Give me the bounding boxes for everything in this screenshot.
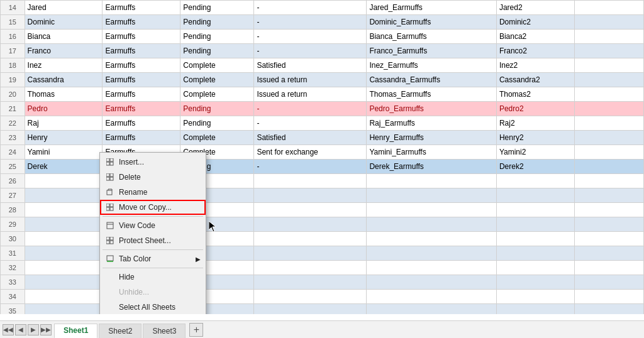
cell[interactable] [496, 217, 574, 232]
row-number[interactable]: 35 [1, 304, 25, 315]
table-row[interactable]: 27 [1, 188, 644, 203]
cell[interactable] [574, 275, 643, 290]
cell[interactable] [496, 174, 574, 188]
row-number[interactable]: 26 [1, 174, 25, 188]
cell[interactable]: Inez2 [496, 58, 574, 73]
cell[interactable]: Pedro_Earmuffs [367, 102, 497, 116]
context-menu-item[interactable]: Rename [100, 185, 206, 200]
cell[interactable] [574, 1, 643, 15]
cell[interactable]: Derek_Earmuffs [367, 160, 497, 174]
cell[interactable] [367, 217, 497, 232]
cell[interactable] [574, 44, 643, 58]
cell[interactable]: Franco2 [496, 44, 574, 58]
cell[interactable]: Jared [25, 1, 103, 15]
cell[interactable]: Yamini2 [496, 145, 574, 160]
cell[interactable]: Raj_Earmuffs [367, 116, 497, 131]
cell[interactable] [496, 246, 574, 261]
cell[interactable]: Yamini_Earmuffs [367, 145, 497, 160]
row-number[interactable]: 22 [1, 116, 25, 131]
context-menu-item[interactable]: View Code [100, 218, 206, 233]
cell[interactable]: Earmuffs [103, 58, 180, 73]
cell[interactable] [254, 275, 367, 290]
cell[interactable]: Issued a return [254, 87, 367, 102]
cell[interactable] [574, 30, 643, 44]
cell[interactable]: Complete [180, 87, 254, 102]
cell[interactable] [25, 188, 103, 203]
row-number[interactable]: 23 [1, 131, 25, 145]
cell[interactable]: Raj2 [496, 116, 574, 131]
cell[interactable] [254, 174, 367, 188]
row-number[interactable]: 33 [1, 275, 25, 290]
tab-nav-first[interactable]: ◀◀ [3, 324, 14, 335]
cell[interactable] [254, 188, 367, 203]
cell[interactable] [367, 203, 497, 217]
cell[interactable]: Dominic [25, 15, 103, 30]
cell[interactable]: Jared2 [496, 1, 574, 15]
cell[interactable] [574, 232, 643, 246]
cell[interactable] [25, 246, 103, 261]
cell[interactable] [496, 232, 574, 246]
cell[interactable]: Satisfied [254, 131, 367, 145]
table-row[interactable]: 18InezEarmuffsCompleteSatisfiedInez_Earm… [1, 58, 644, 73]
cell[interactable] [574, 145, 643, 160]
cell[interactable] [25, 232, 103, 246]
context-menu-item[interactable]: Tab Color▶ [100, 251, 206, 266]
cell[interactable]: Earmuffs [103, 73, 180, 87]
cell[interactable]: Pedro2 [496, 102, 574, 116]
row-number[interactable]: 15 [1, 15, 25, 30]
tab-nav-prev[interactable]: ◀ [15, 324, 26, 335]
cell[interactable] [254, 232, 367, 246]
cell[interactable]: Thomas [25, 87, 103, 102]
cell[interactable] [25, 174, 103, 188]
cell[interactable]: Earmuffs [103, 87, 180, 102]
cell[interactable] [574, 73, 643, 87]
cell[interactable] [367, 232, 497, 246]
cell[interactable]: Dominic2 [496, 15, 574, 30]
cell[interactable] [367, 188, 497, 203]
cell[interactable]: Complete [180, 73, 254, 87]
table-row[interactable]: 24YaminiEarmuffsCompleteSent for exchang… [1, 145, 644, 160]
table-row[interactable]: 33 [1, 275, 644, 290]
cell[interactable]: - [254, 15, 367, 30]
row-number[interactable]: 20 [1, 87, 25, 102]
cell[interactable] [254, 217, 367, 232]
cell[interactable]: Cassandra2 [496, 73, 574, 87]
cell[interactable]: Satisfied [254, 58, 367, 73]
cell[interactable] [574, 116, 643, 131]
table-row[interactable]: 34 [1, 290, 644, 304]
table-row[interactable]: 32 [1, 261, 644, 275]
cell[interactable] [25, 275, 103, 290]
cell[interactable] [25, 290, 103, 304]
cell[interactable] [574, 304, 643, 315]
table-row[interactable]: 21PedroEarmuffsPending-Pedro_EarmuffsPed… [1, 102, 644, 116]
table-row[interactable]: 28 [1, 203, 644, 217]
cell[interactable] [254, 203, 367, 217]
cell[interactable] [25, 304, 103, 315]
cell[interactable] [25, 217, 103, 232]
cell[interactable]: Complete [180, 58, 254, 73]
table-row[interactable]: 20ThomasEarmuffsCompleteIssued a returnT… [1, 87, 644, 102]
cell[interactable] [25, 203, 103, 217]
row-number[interactable]: 31 [1, 246, 25, 261]
cell[interactable]: Raj [25, 116, 103, 131]
cell[interactable]: Inez_Earmuffs [367, 58, 497, 73]
cell[interactable]: Earmuffs [103, 131, 180, 145]
tab-nav-last[interactable]: ▶▶ [40, 324, 52, 335]
cell[interactable] [574, 290, 643, 304]
cell[interactable]: Franco_Earmuffs [367, 44, 497, 58]
sheet-tab[interactable]: Sheet3 [143, 324, 186, 339]
cell[interactable]: Complete [180, 131, 254, 145]
row-number[interactable]: 30 [1, 232, 25, 246]
cell[interactable] [367, 275, 497, 290]
cell[interactable]: Pending [180, 30, 254, 44]
row-number[interactable]: 28 [1, 203, 25, 217]
cell[interactable]: Inez [25, 58, 103, 73]
cell[interactable]: - [254, 30, 367, 44]
cell[interactable] [254, 290, 367, 304]
context-menu-item[interactable]: Select All Sheets [100, 300, 206, 314]
cell[interactable]: Henry2 [496, 131, 574, 145]
cell[interactable] [574, 102, 643, 116]
cell[interactable]: Pending [180, 1, 254, 15]
row-number[interactable]: 34 [1, 290, 25, 304]
cell[interactable]: Thomas2 [496, 87, 574, 102]
